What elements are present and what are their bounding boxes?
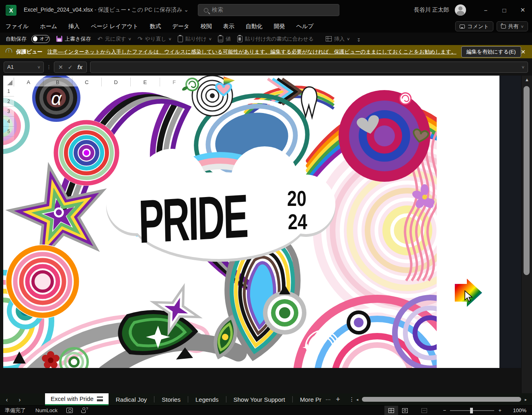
- cancel-icon[interactable]: ✕: [58, 64, 63, 70]
- tab-overflow-icon[interactable]: ⋯: [325, 397, 331, 403]
- avatar[interactable]: [455, 4, 466, 16]
- scroll-up-icon[interactable]: ▲: [522, 77, 532, 82]
- pride-artwork-image[interactable]: α: [3, 76, 499, 368]
- menu-view[interactable]: 表示: [218, 20, 240, 33]
- horizontal-scrollbar[interactable]: ◂ ▸: [356, 395, 527, 403]
- normal-view-icon: [388, 408, 394, 413]
- minimize-button[interactable]: −: [477, 0, 495, 20]
- horizontal-scroll-thumb[interactable]: [362, 397, 521, 402]
- scroll-right-icon[interactable]: ▸: [521, 397, 527, 402]
- ready-status: 準備完了: [0, 407, 31, 414]
- autosave-toggle[interactable]: オフ: [31, 35, 50, 43]
- zoom-slider[interactable]: [450, 410, 494, 411]
- zoom-out-button[interactable]: −: [443, 407, 446, 413]
- formula-expand-icon: ˅: [522, 65, 524, 70]
- sheet-tab-active[interactable]: Excel with Pride: [45, 393, 109, 405]
- user-name: 長谷川 正太郎: [414, 6, 449, 14]
- formula-bar: A1 ˅ ⋮ ✕ ✓ fx ˅: [0, 58, 532, 76]
- undo-button[interactable]: ↶ 元に戻す ˅: [94, 33, 134, 45]
- insert-cells-button[interactable]: 挿入 ˅: [322, 33, 353, 45]
- toolbar-overflow-button[interactable]: ⌄ ⌄: [357, 37, 361, 41]
- sheet-canvas[interactable]: α: [3, 76, 499, 368]
- zoom-percentage[interactable]: 100%: [507, 407, 526, 413]
- name-box[interactable]: A1 ˅: [4, 62, 44, 73]
- enable-editing-button[interactable]: 編集を有効にする(E): [461, 46, 521, 58]
- column-header-d[interactable]: D: [102, 78, 131, 86]
- menu-help[interactable]: ヘルプ: [291, 20, 319, 33]
- page-break-view-button[interactable]: [417, 406, 431, 415]
- menu-developer[interactable]: 開発: [268, 20, 291, 33]
- chevron-down-icon: ˅: [209, 37, 211, 41]
- zoom-slider-thumb[interactable]: [470, 408, 473, 413]
- sheet-tab-radical-joy[interactable]: Radical Joy: [109, 393, 154, 405]
- worksheet-area: α: [0, 76, 532, 368]
- menu-home[interactable]: ホーム: [34, 20, 63, 33]
- row-header-2[interactable]: 2: [3, 97, 14, 107]
- search-input[interactable]: 検索: [198, 4, 339, 16]
- row-header-1[interactable]: 1: [3, 86, 14, 97]
- vertical-scroll-thumb[interactable]: [524, 86, 530, 275]
- macro-record-icon[interactable]: [66, 408, 73, 413]
- share-button[interactable]: 共有 ˅: [497, 21, 528, 31]
- menu-data[interactable]: データ: [166, 20, 195, 33]
- save-status[interactable]: この PC に保存済み: [131, 6, 183, 13]
- row-header-3[interactable]: 3: [3, 107, 14, 117]
- pink-scribble: [400, 93, 411, 104]
- row-header-4[interactable]: 4: [3, 117, 14, 127]
- accessibility-icon[interactable]: [81, 407, 86, 413]
- sheet-tab-legends[interactable]: Legends: [188, 393, 226, 405]
- column-header-f[interactable]: F: [160, 78, 189, 86]
- orange-pink-blob: [6, 244, 80, 318]
- protected-view-banner: 保護ビュー 注意—インターネットから入手したファイルは、ウイルスに感染している可…: [0, 45, 532, 58]
- menu-review[interactable]: 校閲: [195, 20, 218, 33]
- paste-button[interactable]: 貼り付け ˅: [175, 33, 215, 45]
- excel-app-icon[interactable]: X: [6, 5, 16, 16]
- row-header-5[interactable]: 5: [3, 127, 14, 137]
- banner-close-icon[interactable]: ✕: [521, 49, 526, 55]
- sheet-menu-icon[interactable]: [97, 397, 103, 401]
- sheet-tab-bar: ‹ › Excel with Pride Radical Joy Stories…: [0, 393, 532, 405]
- scroll-left-icon[interactable]: ◂: [356, 397, 362, 402]
- sheet-tab-more[interactable]: More Pr: [293, 393, 329, 405]
- formula-input[interactable]: ˅: [90, 62, 528, 73]
- enter-icon[interactable]: ✓: [68, 64, 73, 70]
- comments-button[interactable]: コメント: [455, 21, 493, 31]
- menu-page-layout[interactable]: ページ レイアウト: [85, 20, 144, 33]
- protected-view-label: 保護ビュー: [98, 6, 126, 13]
- column-header-b[interactable]: B: [43, 78, 73, 86]
- menu-insert[interactable]: 挿入: [63, 20, 85, 33]
- select-all-corner[interactable]: [3, 78, 14, 86]
- formula-bar-grip[interactable]: ⋮: [46, 64, 51, 70]
- ribbon-menu-bar: ファイル ホーム 挿入 ページ レイアウト 数式 データ 校閲 表示 自動化 開…: [0, 20, 532, 33]
- save-button[interactable]: 上書き保存: [53, 33, 94, 45]
- menu-formulas[interactable]: 数式: [144, 20, 166, 33]
- tab-scroll-right-icon[interactable]: ›: [14, 396, 26, 403]
- alpha-glyph: α: [51, 88, 62, 109]
- close-button[interactable]: ✕: [514, 0, 532, 20]
- zoom-in-button[interactable]: +: [498, 407, 501, 413]
- sheet-tab-stories[interactable]: Stories: [154, 393, 188, 405]
- paste-match-format-button[interactable]: 貼り付け先の書式に合わせる: [234, 33, 317, 45]
- tab-scroll-left-icon[interactable]: ‹: [0, 396, 14, 403]
- redo-button[interactable]: ↷ やり直し ˅: [134, 33, 175, 45]
- new-sheet-button[interactable]: +: [331, 395, 345, 404]
- paste-values-button[interactable]: 値: [215, 33, 234, 45]
- chevron-down-icon: ˅: [129, 37, 131, 41]
- zoom-control: − +: [443, 407, 501, 413]
- maximize-button[interactable]: □: [495, 0, 514, 20]
- sheet-tab-show-your-support[interactable]: Show Your Support: [226, 393, 292, 405]
- small-target: [347, 310, 371, 335]
- insert-function-icon[interactable]: fx: [77, 64, 82, 70]
- column-header-c[interactable]: C: [72, 78, 102, 86]
- menu-file[interactable]: ファイル: [0, 20, 34, 33]
- vertical-scrollbar[interactable]: ▲: [521, 76, 532, 393]
- column-header-a[interactable]: A: [14, 78, 43, 86]
- normal-view-button[interactable]: [384, 406, 398, 415]
- banner-title: 保護ビュー: [16, 48, 43, 55]
- column-headers: A B C D E F: [3, 78, 201, 86]
- page-layout-view-button[interactable]: [398, 406, 412, 415]
- menu-automate[interactable]: 自動化: [240, 20, 268, 33]
- column-header-e[interactable]: E: [131, 78, 160, 86]
- title-chevron-icon[interactable]: ⌄: [184, 6, 189, 13]
- pride-year-bottom: 24: [288, 210, 307, 234]
